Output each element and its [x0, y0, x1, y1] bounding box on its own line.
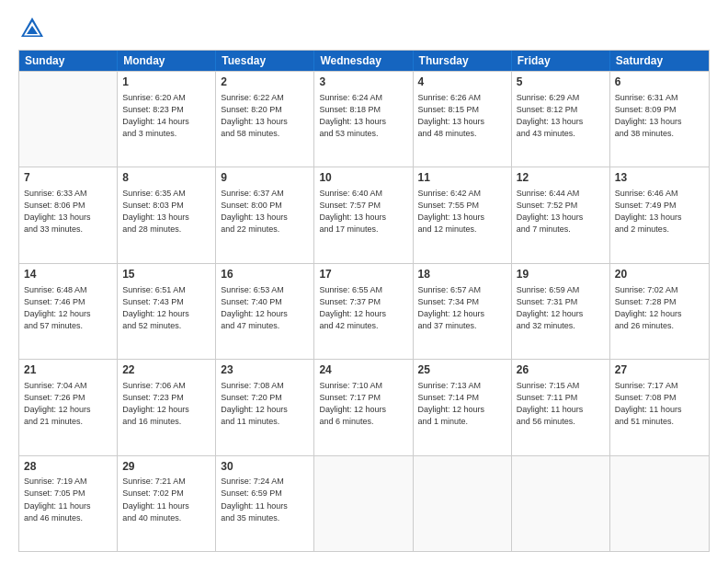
day-info: Sunrise: 6:59 AM Sunset: 7:31 PM Dayligh… — [517, 284, 605, 332]
day-number: 6 — [615, 75, 704, 90]
day-number: 13 — [615, 170, 704, 186]
day-number: 18 — [418, 267, 506, 282]
calendar-cell: 9Sunrise: 6:37 AM Sunset: 8:00 PM Daylig… — [216, 167, 314, 262]
day-info: Sunrise: 7:06 AM Sunset: 7:23 PM Dayligh… — [122, 380, 210, 428]
calendar-cell: 27Sunrise: 7:17 AM Sunset: 7:08 PM Dayli… — [610, 360, 709, 454]
day-number: 17 — [319, 267, 407, 282]
day-info: Sunrise: 6:35 AM Sunset: 8:03 PM Dayligh… — [122, 188, 210, 236]
day-info: Sunrise: 7:24 AM Sunset: 6:59 PM Dayligh… — [221, 476, 309, 523]
calendar-cell: 28Sunrise: 7:19 AM Sunset: 7:05 PM Dayli… — [19, 456, 118, 551]
day-info: Sunrise: 7:10 AM Sunset: 7:17 PM Dayligh… — [319, 380, 407, 428]
day-number: 22 — [122, 362, 210, 378]
calendar-cell — [512, 456, 610, 551]
day-info: Sunrise: 6:29 AM Sunset: 8:12 PM Dayligh… — [517, 92, 605, 140]
calendar-header: SundayMondayTuesdayWednesdayThursdayFrid… — [19, 51, 709, 71]
calendar-cell: 2Sunrise: 6:22 AM Sunset: 8:20 PM Daylig… — [216, 72, 314, 167]
calendar-cell: 6Sunrise: 6:31 AM Sunset: 8:09 PM Daylig… — [610, 72, 709, 167]
day-number: 5 — [517, 75, 605, 90]
calendar-cell — [414, 456, 512, 551]
calendar-row-1: 7Sunrise: 6:33 AM Sunset: 8:06 PM Daylig… — [19, 167, 709, 262]
day-info: Sunrise: 6:26 AM Sunset: 8:15 PM Dayligh… — [418, 92, 506, 140]
calendar-body: 1Sunrise: 6:20 AM Sunset: 8:23 PM Daylig… — [19, 71, 709, 551]
header — [18, 15, 710, 42]
calendar-cell: 8Sunrise: 6:35 AM Sunset: 8:03 PM Daylig… — [118, 167, 216, 262]
day-info: Sunrise: 6:51 AM Sunset: 7:43 PM Dayligh… — [122, 284, 210, 332]
day-number: 23 — [221, 362, 309, 378]
day-number: 29 — [122, 459, 210, 475]
header-day-thursday: Thursday — [414, 51, 512, 71]
day-number: 26 — [517, 362, 605, 378]
day-info: Sunrise: 6:24 AM Sunset: 8:18 PM Dayligh… — [319, 92, 407, 140]
day-number: 7 — [24, 170, 112, 186]
day-info: Sunrise: 6:40 AM Sunset: 7:57 PM Dayligh… — [319, 188, 407, 236]
day-info: Sunrise: 6:46 AM Sunset: 7:49 PM Dayligh… — [615, 188, 704, 236]
logo-icon — [18, 15, 46, 42]
day-info: Sunrise: 6:55 AM Sunset: 7:37 PM Dayligh… — [319, 284, 407, 332]
calendar-cell: 5Sunrise: 6:29 AM Sunset: 8:12 PM Daylig… — [512, 72, 610, 167]
day-info: Sunrise: 6:53 AM Sunset: 7:40 PM Dayligh… — [221, 284, 309, 332]
calendar-cell: 13Sunrise: 6:46 AM Sunset: 7:49 PM Dayli… — [610, 167, 709, 262]
calendar-cell: 7Sunrise: 6:33 AM Sunset: 8:06 PM Daylig… — [19, 167, 118, 262]
header-day-friday: Friday — [512, 51, 610, 71]
day-info: Sunrise: 6:57 AM Sunset: 7:34 PM Dayligh… — [418, 284, 506, 332]
day-number: 21 — [24, 362, 112, 378]
day-number: 8 — [122, 170, 210, 186]
calendar-cell: 30Sunrise: 7:24 AM Sunset: 6:59 PM Dayli… — [216, 456, 314, 551]
header-day-wednesday: Wednesday — [314, 51, 413, 71]
day-info: Sunrise: 7:02 AM Sunset: 7:28 PM Dayligh… — [615, 284, 704, 332]
page: SundayMondayTuesdayWednesdayThursdayFrid… — [0, 0, 728, 563]
day-info: Sunrise: 7:19 AM Sunset: 7:05 PM Dayligh… — [24, 476, 112, 523]
calendar-cell: 10Sunrise: 6:40 AM Sunset: 7:57 PM Dayli… — [314, 167, 413, 262]
calendar-row-4: 28Sunrise: 7:19 AM Sunset: 7:05 PM Dayli… — [19, 455, 709, 551]
calendar-cell — [314, 456, 413, 551]
day-number: 20 — [615, 267, 704, 282]
day-info: Sunrise: 6:22 AM Sunset: 8:20 PM Dayligh… — [221, 92, 309, 140]
calendar-cell: 11Sunrise: 6:42 AM Sunset: 7:55 PM Dayli… — [414, 167, 512, 262]
calendar-cell — [19, 72, 118, 167]
day-number: 10 — [319, 170, 407, 186]
calendar-cell: 21Sunrise: 7:04 AM Sunset: 7:26 PM Dayli… — [19, 360, 118, 454]
day-number: 12 — [517, 170, 605, 186]
day-info: Sunrise: 7:13 AM Sunset: 7:14 PM Dayligh… — [418, 380, 506, 428]
calendar-cell: 12Sunrise: 6:44 AM Sunset: 7:52 PM Dayli… — [512, 167, 610, 262]
calendar-row-3: 21Sunrise: 7:04 AM Sunset: 7:26 PM Dayli… — [19, 359, 709, 454]
day-info: Sunrise: 7:08 AM Sunset: 7:20 PM Dayligh… — [221, 380, 309, 428]
calendar-cell: 24Sunrise: 7:10 AM Sunset: 7:17 PM Dayli… — [314, 360, 413, 454]
day-info: Sunrise: 6:42 AM Sunset: 7:55 PM Dayligh… — [418, 188, 506, 236]
header-day-sunday: Sunday — [19, 51, 118, 71]
day-number: 28 — [24, 459, 112, 475]
calendar-cell: 18Sunrise: 6:57 AM Sunset: 7:34 PM Dayli… — [414, 264, 512, 359]
day-info: Sunrise: 7:15 AM Sunset: 7:11 PM Dayligh… — [517, 380, 605, 428]
calendar-cell: 4Sunrise: 6:26 AM Sunset: 8:15 PM Daylig… — [414, 72, 512, 167]
day-number: 30 — [221, 459, 309, 475]
calendar-cell: 14Sunrise: 6:48 AM Sunset: 7:46 PM Dayli… — [19, 264, 118, 359]
day-info: Sunrise: 7:21 AM Sunset: 7:02 PM Dayligh… — [122, 476, 210, 523]
day-number: 3 — [319, 75, 407, 90]
day-number: 27 — [615, 362, 704, 378]
day-info: Sunrise: 6:44 AM Sunset: 7:52 PM Dayligh… — [517, 188, 605, 236]
day-number: 25 — [418, 362, 506, 378]
header-day-tuesday: Tuesday — [216, 51, 314, 71]
calendar-cell: 25Sunrise: 7:13 AM Sunset: 7:14 PM Dayli… — [414, 360, 512, 454]
calendar-cell: 3Sunrise: 6:24 AM Sunset: 8:18 PM Daylig… — [314, 72, 413, 167]
logo — [18, 15, 50, 42]
day-info: Sunrise: 6:37 AM Sunset: 8:00 PM Dayligh… — [221, 188, 309, 236]
day-number: 16 — [221, 267, 309, 282]
calendar-cell: 15Sunrise: 6:51 AM Sunset: 7:43 PM Dayli… — [118, 264, 216, 359]
day-number: 1 — [122, 75, 210, 90]
calendar: SundayMondayTuesdayWednesdayThursdayFrid… — [18, 50, 710, 552]
day-number: 14 — [24, 267, 112, 282]
calendar-cell: 16Sunrise: 6:53 AM Sunset: 7:40 PM Dayli… — [216, 264, 314, 359]
day-info: Sunrise: 6:20 AM Sunset: 8:23 PM Dayligh… — [122, 92, 210, 140]
header-day-monday: Monday — [118, 51, 216, 71]
calendar-cell — [610, 456, 709, 551]
header-day-saturday: Saturday — [610, 51, 709, 71]
day-number: 19 — [517, 267, 605, 282]
day-info: Sunrise: 6:33 AM Sunset: 8:06 PM Dayligh… — [24, 188, 112, 236]
day-info: Sunrise: 7:04 AM Sunset: 7:26 PM Dayligh… — [24, 380, 112, 428]
calendar-cell: 19Sunrise: 6:59 AM Sunset: 7:31 PM Dayli… — [512, 264, 610, 359]
calendar-cell: 20Sunrise: 7:02 AM Sunset: 7:28 PM Dayli… — [610, 264, 709, 359]
calendar-row-2: 14Sunrise: 6:48 AM Sunset: 7:46 PM Dayli… — [19, 263, 709, 359]
day-info: Sunrise: 7:17 AM Sunset: 7:08 PM Dayligh… — [615, 380, 704, 428]
day-info: Sunrise: 6:48 AM Sunset: 7:46 PM Dayligh… — [24, 284, 112, 332]
